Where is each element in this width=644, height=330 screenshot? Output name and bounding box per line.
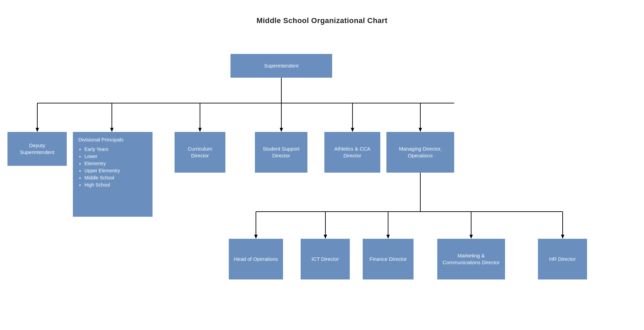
list-item: Upper Elementry <box>84 167 147 174</box>
list-item: High School <box>84 181 147 189</box>
svg-marker-7 <box>198 128 202 132</box>
athletics-cca-director-box: Athletics & CCA Director <box>324 132 380 173</box>
finance-director-box: Finance Director <box>363 239 414 279</box>
list-item: Middle School <box>84 174 147 181</box>
student-support-director-box: Student Support Director <box>255 132 307 173</box>
svg-marker-3 <box>36 128 39 132</box>
head-of-operations-box: Head of Operations <box>229 239 283 279</box>
chart-title: Middle School Organizational Chart <box>0 0 644 28</box>
svg-marker-9 <box>280 128 283 132</box>
managing-director-box: Managing Director, Operations <box>386 132 454 173</box>
svg-marker-25 <box>561 235 564 239</box>
page: Middle School Organizational Chart <box>0 0 644 330</box>
list-item: Lower <box>84 153 147 160</box>
org-chart: Superintendent Deputy Superintendent Div… <box>0 28 644 327</box>
list-item: Early Years <box>84 146 147 153</box>
list-item: Elementry <box>84 160 147 167</box>
svg-marker-17 <box>254 235 258 239</box>
svg-marker-19 <box>324 235 327 239</box>
ict-director-box: ICT Director <box>301 239 350 279</box>
deputy-superintendent-box: Deputy Superintendent <box>7 132 67 166</box>
curriculum-director-box: Curriculum Director <box>175 132 225 173</box>
svg-marker-21 <box>386 235 390 239</box>
marketing-communications-director-box: Marketing & Communications Director <box>437 239 505 279</box>
hr-director-box: HR Director <box>538 239 587 279</box>
superintendent-box: Superintendent <box>230 54 332 78</box>
svg-marker-13 <box>419 128 422 132</box>
svg-marker-11 <box>351 128 354 132</box>
svg-marker-5 <box>110 128 114 132</box>
divisional-list: Early Years Lower Elementry Upper Elemen… <box>78 146 147 189</box>
divisional-principals-box: Divisional Principals Early Years Lower … <box>73 132 153 217</box>
svg-marker-23 <box>469 235 473 239</box>
